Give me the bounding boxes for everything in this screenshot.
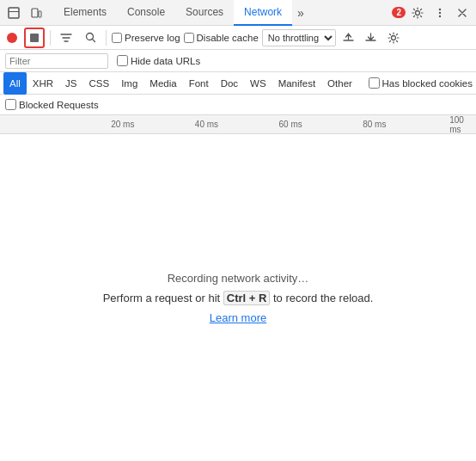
filter-tab-doc[interactable]: Doc xyxy=(215,72,244,95)
svg-rect-1 xyxy=(9,11,19,12)
has-blocked-cookies-checkbox[interactable] xyxy=(369,77,380,89)
tick-40ms: 40 ms xyxy=(195,120,218,129)
filter-input[interactable] xyxy=(5,53,108,69)
blocked-requests-label[interactable]: Blocked Requests xyxy=(5,99,99,110)
timeline-header: 20 ms 40 ms 60 ms 80 ms 100 ms xyxy=(0,115,476,134)
preserve-log-checkbox-label[interactable]: Preserve log xyxy=(112,33,180,43)
tab-more-button[interactable]: » xyxy=(292,0,309,26)
tab-bar-right: 2 xyxy=(392,3,473,23)
stop-icon xyxy=(30,34,39,42)
filter-tab-other[interactable]: Other xyxy=(321,72,358,95)
disable-cache-checkbox[interactable] xyxy=(184,33,194,43)
filter-tab-css[interactable]: CSS xyxy=(82,72,115,95)
has-blocked-cookies-label[interactable]: Has blocked cookies xyxy=(369,77,473,89)
svg-point-6 xyxy=(439,11,441,13)
learn-more-link[interactable]: Learn more xyxy=(210,311,266,324)
svg-point-5 xyxy=(439,8,441,9)
notification-badge: 2 xyxy=(392,7,406,18)
export-har-button[interactable] xyxy=(362,28,381,47)
recording-status-text: Recording network activity… xyxy=(168,272,309,285)
inspect-icon-button[interactable] xyxy=(3,3,24,23)
filter-icon-button[interactable] xyxy=(56,28,76,48)
more-options-button[interactable] xyxy=(430,3,450,23)
throttle-select[interactable]: No throttling xyxy=(262,29,336,46)
keyboard-shortcut: Ctrl + R xyxy=(223,291,271,305)
device-toggle-button[interactable] xyxy=(26,3,46,23)
filter-toolbar: Hide data URLs xyxy=(0,50,476,72)
svg-rect-2 xyxy=(32,9,38,17)
tab-bar: Elements Console Sources Network » 2 xyxy=(0,0,476,26)
svg-point-9 xyxy=(391,35,395,40)
filter-tabs-bar: All XHR JS CSS Img Media Font Doc WS Man… xyxy=(0,72,476,95)
tab-elements[interactable]: Elements xyxy=(53,0,117,26)
svg-point-4 xyxy=(416,10,420,15)
search-icon-button[interactable] xyxy=(80,28,101,48)
tab-network[interactable]: Network xyxy=(234,0,292,26)
record-circle-icon xyxy=(7,33,17,43)
hide-data-urls-label[interactable]: Hide data URLs xyxy=(117,55,200,66)
filter-tab-img[interactable]: Img xyxy=(115,72,143,95)
import-har-button[interactable] xyxy=(339,28,358,47)
stop-button[interactable] xyxy=(24,28,45,48)
divider-2 xyxy=(106,30,107,46)
close-devtools-button[interactable] xyxy=(452,3,473,23)
recording-hint-text: Perform a request or hit Ctrl + R to rec… xyxy=(103,292,374,304)
record-button[interactable] xyxy=(3,29,21,46)
network-settings-button[interactable] xyxy=(384,28,403,47)
tick-80ms: 80 ms xyxy=(363,120,386,129)
disable-cache-checkbox-label[interactable]: Disable cache xyxy=(184,33,259,43)
tab-sources[interactable]: Sources xyxy=(175,0,234,26)
tick-20ms: 20 ms xyxy=(111,120,134,129)
tab-console[interactable]: Console xyxy=(117,0,175,26)
tab-bar-icons xyxy=(3,3,46,23)
svg-point-7 xyxy=(439,15,441,16)
filter-tab-all[interactable]: All xyxy=(3,72,27,95)
filter-tab-ws[interactable]: WS xyxy=(244,72,272,95)
network-toolbar: Preserve log Disable cache No throttling xyxy=(0,26,476,50)
divider-1 xyxy=(50,30,51,46)
main-content-area: Recording network activity… Perform a re… xyxy=(0,134,476,461)
blocked-requests-checkbox[interactable] xyxy=(5,99,16,110)
filter-tab-js[interactable]: JS xyxy=(59,72,82,95)
tick-60ms: 60 ms xyxy=(278,120,302,129)
svg-rect-0 xyxy=(9,8,19,18)
tick-100ms: 100 ms xyxy=(449,115,467,134)
settings-icon-button[interactable] xyxy=(407,3,428,23)
blocked-requests-row: Blocked Requests xyxy=(0,95,476,115)
timeline-ticks: 20 ms 40 ms 60 ms 80 ms 100 ms xyxy=(34,115,476,133)
filter-tab-xhr[interactable]: XHR xyxy=(27,72,59,95)
filter-tab-media[interactable]: Media xyxy=(143,72,182,95)
preserve-log-checkbox[interactable] xyxy=(112,33,122,43)
filter-tab-manifest[interactable]: Manifest xyxy=(272,72,321,95)
filter-tab-font[interactable]: Font xyxy=(183,72,215,95)
svg-rect-3 xyxy=(39,11,41,17)
hide-data-urls-checkbox[interactable] xyxy=(117,55,128,66)
